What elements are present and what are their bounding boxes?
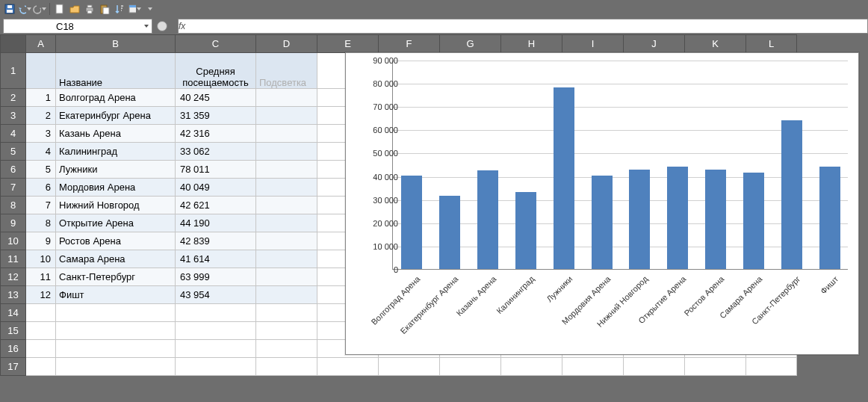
row-header[interactable]: 7 (1, 179, 26, 197)
cell[interactable]: Лужники (56, 161, 176, 179)
col-header[interactable]: J (624, 35, 685, 53)
name-box-dropdown-icon[interactable] (141, 22, 150, 31)
row-header[interactable]: 17 (1, 358, 26, 376)
cell[interactable]: 2 (26, 107, 56, 125)
row-header[interactable]: 6 (1, 161, 26, 179)
cell[interactable]: Фишт (56, 286, 176, 304)
cell[interactable] (379, 358, 440, 376)
fx-expand-icon[interactable] (157, 21, 167, 31)
cell[interactable]: 6 (26, 179, 56, 197)
undo-icon[interactable] (18, 2, 31, 16)
cell[interactable]: 40 049 (176, 179, 256, 197)
cell[interactable] (56, 304, 176, 322)
cell[interactable] (176, 304, 256, 322)
cell[interactable]: 41 614 (176, 250, 256, 268)
cell[interactable]: 42 621 (176, 197, 256, 214)
cell[interactable] (256, 304, 317, 322)
col-header[interactable]: F (379, 35, 440, 53)
cell[interactable]: Средняя посещаемость (176, 53, 256, 89)
cell[interactable] (440, 358, 501, 376)
cell[interactable]: 12 (26, 286, 56, 304)
cell[interactable] (746, 358, 797, 376)
cell[interactable]: 42 839 (176, 232, 256, 250)
row-header[interactable]: 9 (1, 214, 26, 232)
cell[interactable]: 7 (26, 197, 56, 214)
formula-input[interactable] (191, 19, 867, 33)
cell[interactable]: 10 (26, 250, 56, 268)
open-icon[interactable] (68, 2, 81, 16)
col-header[interactable]: K (685, 35, 746, 53)
cell[interactable] (26, 322, 56, 340)
cell[interactable] (26, 358, 56, 376)
cell[interactable]: Санкт-Петербург (56, 268, 176, 286)
col-header[interactable]: E (317, 35, 379, 53)
row-header[interactable]: 11 (1, 250, 26, 268)
cell[interactable]: 42 316 (176, 125, 256, 143)
cell[interactable]: 40 245 (176, 89, 256, 107)
new-icon[interactable] (53, 2, 66, 16)
cell[interactable]: 78 011 (176, 161, 256, 179)
cell[interactable] (501, 358, 562, 376)
select-all-corner[interactable] (1, 35, 26, 53)
cell[interactable]: Название (56, 53, 176, 89)
cell[interactable] (56, 340, 176, 358)
col-header[interactable]: L (746, 35, 797, 53)
cell[interactable] (562, 358, 624, 376)
cell[interactable]: Волгоград Арена (56, 89, 176, 107)
cell[interactable]: 9 (26, 232, 56, 250)
paste-icon[interactable] (98, 2, 111, 16)
cell[interactable] (56, 322, 176, 340)
cell[interactable]: 43 954 (176, 286, 256, 304)
cell[interactable]: Открытие Арена (56, 214, 176, 232)
col-header[interactable]: C (176, 35, 256, 53)
cell[interactable]: Ростов Арена (56, 232, 176, 250)
cell[interactable]: 63 999 (176, 268, 256, 286)
cell[interactable] (56, 358, 176, 376)
cell[interactable]: 3 (26, 125, 56, 143)
sort-icon[interactable] (113, 2, 126, 16)
cell[interactable] (256, 143, 317, 161)
col-header[interactable]: I (562, 35, 624, 53)
save-icon[interactable] (3, 2, 16, 16)
filter-icon[interactable] (128, 2, 141, 16)
cell[interactable] (26, 304, 56, 322)
cell[interactable] (256, 89, 317, 107)
cell[interactable]: Подсветка (256, 53, 317, 89)
row-header[interactable]: 4 (1, 125, 26, 143)
cell[interactable] (256, 161, 317, 179)
cell[interactable] (256, 268, 317, 286)
cell[interactable] (176, 340, 256, 358)
chart-object[interactable]: 010 00020 00030 00040 00050 00060 00070 … (345, 52, 859, 355)
formula-bar[interactable]: fx (178, 19, 868, 34)
cell[interactable]: 4 (26, 143, 56, 161)
row-header[interactable]: 10 (1, 232, 26, 250)
cell[interactable]: 44 190 (176, 214, 256, 232)
cell[interactable] (256, 232, 317, 250)
cell[interactable]: 1 (26, 89, 56, 107)
cell[interactable] (624, 358, 685, 376)
row-header[interactable]: 5 (1, 143, 26, 161)
cell[interactable]: Мордовия Арена (56, 179, 176, 197)
row-header[interactable]: 1 (1, 53, 26, 89)
cell[interactable]: Калининград (56, 143, 176, 161)
customize-dropdown-icon[interactable] (143, 2, 156, 16)
cell[interactable]: 11 (26, 268, 56, 286)
cell[interactable] (256, 358, 317, 376)
cell[interactable] (256, 197, 317, 214)
cell[interactable] (26, 53, 56, 89)
col-header[interactable]: B (56, 35, 176, 53)
print-icon[interactable] (83, 2, 96, 16)
cell[interactable]: Самара Арена (56, 250, 176, 268)
row-header[interactable]: 13 (1, 286, 26, 304)
row-header[interactable]: 12 (1, 268, 26, 286)
cell[interactable] (317, 358, 379, 376)
redo-icon[interactable] (33, 2, 46, 16)
cell[interactable] (256, 340, 317, 358)
cell[interactable] (256, 322, 317, 340)
cell[interactable] (256, 214, 317, 232)
row-header[interactable]: 3 (1, 107, 26, 125)
col-header[interactable]: A (26, 35, 56, 53)
cell[interactable] (26, 340, 56, 358)
cell[interactable]: 31 359 (176, 107, 256, 125)
row-header[interactable]: 14 (1, 304, 26, 322)
